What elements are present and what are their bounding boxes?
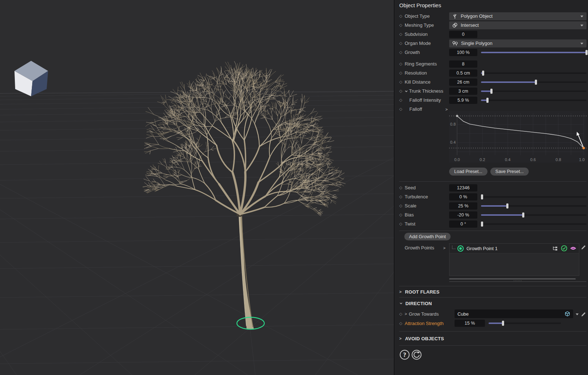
chevron-down-icon[interactable] xyxy=(405,90,408,93)
resolution-slider[interactable] xyxy=(481,71,587,76)
hierarchy-icon[interactable] xyxy=(552,246,558,251)
object-type-label: Object Type xyxy=(405,13,430,19)
list-scrollbar[interactable]: ...... xyxy=(449,276,587,283)
trunk-thickness-value-field[interactable]: 3 cm xyxy=(449,88,477,95)
add-growth-point-button[interactable]: Add Growth Point xyxy=(404,233,451,240)
reset-icon[interactable] xyxy=(411,349,422,360)
diamond-bullet: ◇ xyxy=(399,80,405,84)
slider-handle[interactable] xyxy=(486,98,489,103)
object-type-value: Polygon Object xyxy=(461,13,493,19)
chevron-down-icon[interactable] xyxy=(576,313,579,315)
falloff-intensity-slider[interactable] xyxy=(481,98,587,103)
row-growth: ◇ Growth 100 % xyxy=(399,48,587,57)
tree-connector xyxy=(452,245,456,249)
chevron-right-icon[interactable]: > xyxy=(446,107,448,111)
cube-object[interactable] xyxy=(13,60,50,97)
attraction-strength-value-field[interactable]: 15 % xyxy=(455,320,485,327)
organ-mode-value: Single Polygon xyxy=(461,41,493,46)
slider-handle[interactable] xyxy=(535,80,537,85)
slider-handle[interactable] xyxy=(522,212,524,218)
section-avoid-objects[interactable]: > AVOID OBJECTS xyxy=(399,332,587,345)
grow-towards-field[interactable]: Cube xyxy=(455,309,573,318)
scale-slider[interactable] xyxy=(481,203,587,208)
curve-x-tick: 0.0 xyxy=(452,157,463,162)
growth-slider[interactable] xyxy=(481,50,587,55)
kill-distance-slider[interactable] xyxy=(481,80,587,85)
bias-value-field[interactable]: -20 % xyxy=(449,211,477,219)
organ-mode-dropdown[interactable]: Single Polygon xyxy=(449,39,587,47)
growth-points-section: Growth Points > Growth Point 1 xyxy=(399,243,587,276)
turbulence-slider[interactable] xyxy=(481,194,587,199)
tree-object[interactable] xyxy=(141,67,358,328)
organ-mode-label: Organ Mode xyxy=(405,41,431,46)
growth-point-ring[interactable] xyxy=(236,317,265,330)
row-twist: ◇ Twist 0 ° xyxy=(399,219,587,228)
slider-handle[interactable] xyxy=(482,71,484,76)
help-icon[interactable]: ? xyxy=(399,349,410,360)
diamond-bullet: ◇ xyxy=(399,98,405,102)
pick-object-icon[interactable] xyxy=(580,311,587,317)
section-direction[interactable]: DIRECTION xyxy=(399,298,587,309)
twist-slider[interactable] xyxy=(481,222,587,227)
scale-value-field[interactable]: 25 % xyxy=(449,202,477,210)
meshing-type-dropdown[interactable]: Intersect xyxy=(449,21,587,29)
diamond-bullet: ◇ xyxy=(399,23,405,28)
seed-value-field[interactable]: 12346 xyxy=(449,184,477,191)
diamond-bullet: ◇ xyxy=(399,62,405,66)
object-properties-panel: Object Properties ◇ Object Type Polygon … xyxy=(395,0,588,375)
bias-label: Bias xyxy=(405,212,414,218)
save-preset-button[interactable]: Save Preset... xyxy=(490,168,529,176)
object-type-dropdown[interactable]: Polygon Object xyxy=(449,12,587,20)
diamond-bullet: ◇ xyxy=(399,203,405,208)
diamond-bullet: ◇ xyxy=(399,50,405,55)
resolution-value-field[interactable]: 0.5 cm xyxy=(449,69,477,77)
slider-handle[interactable] xyxy=(481,194,483,199)
growth-value-field[interactable]: 100 % xyxy=(449,49,477,56)
check-circle-icon[interactable] xyxy=(561,245,567,252)
falloff-curve-editor[interactable]: 0.8 0.4 0.0 0.2 0.4 0.6 0.8 1.0 xyxy=(449,111,587,163)
section-root-flares[interactable]: > ROOT FLARES xyxy=(399,286,587,297)
row-object-type: ◇ Object Type Polygon Object xyxy=(399,12,587,21)
ring-segments-label: Ring Segments xyxy=(405,61,437,67)
falloff-intensity-value-field[interactable]: 5.9 % xyxy=(449,97,477,104)
resize-grip[interactable]: ...... xyxy=(449,278,587,282)
twist-value-field[interactable]: 0 ° xyxy=(449,220,477,228)
slider-handle[interactable] xyxy=(585,50,588,55)
chevron-right-icon[interactable]: > xyxy=(405,312,407,316)
diamond-bullet: ◇ xyxy=(399,212,405,217)
growth-point-icon xyxy=(457,245,464,252)
pick-object-icon[interactable] xyxy=(580,244,587,251)
chevron-down-icon xyxy=(580,25,583,26)
intersect-icon xyxy=(452,22,458,28)
row-resolution: ◇ Resolution 0.5 cm xyxy=(399,68,587,77)
two-trees-icon xyxy=(452,41,458,46)
slider-handle[interactable] xyxy=(490,89,493,94)
subdivision-value-field[interactable]: 0 xyxy=(449,31,477,38)
falloff-curve-section: ◇ Falloff > 0.8 0.4 0.0 0.2 0.4 0.6 xyxy=(399,105,587,163)
scale-label: Scale xyxy=(405,203,417,208)
slider-handle[interactable] xyxy=(506,203,508,208)
row-turbulence: ◇ Turbulence 0 % xyxy=(399,192,587,201)
bias-slider[interactable] xyxy=(481,212,587,218)
chevron-down-icon xyxy=(580,16,583,17)
turbulence-value-field[interactable]: 0 % xyxy=(449,193,477,201)
load-preset-button[interactable]: Load Preset... xyxy=(449,168,487,176)
viewport-3d[interactable] xyxy=(0,0,394,375)
twist-label: Twist xyxy=(405,221,416,227)
growth-point-row[interactable]: Growth Point 1 xyxy=(449,244,579,253)
attraction-strength-slider[interactable] xyxy=(489,321,561,326)
seed-label: Seed xyxy=(405,185,416,190)
ring-segments-value-field[interactable]: 8 xyxy=(449,60,477,68)
diamond-bullet: ◇ xyxy=(399,71,405,75)
growth-point-name: Growth Point 1 xyxy=(466,246,498,251)
trunk-thickness-slider[interactable] xyxy=(481,89,587,94)
eye-icon[interactable] xyxy=(570,245,576,251)
chevron-right-icon[interactable]: > xyxy=(443,246,446,250)
kill-distance-value-field[interactable]: 26 cm xyxy=(449,79,477,86)
diamond-bullet: ◇ xyxy=(399,14,405,18)
slider-handle[interactable] xyxy=(502,321,504,326)
curve-start-point xyxy=(456,115,458,117)
growth-points-list[interactable]: Growth Point 1 xyxy=(449,243,579,276)
diamond-bullet: ◇ xyxy=(399,194,405,199)
slider-handle[interactable] xyxy=(481,222,483,227)
